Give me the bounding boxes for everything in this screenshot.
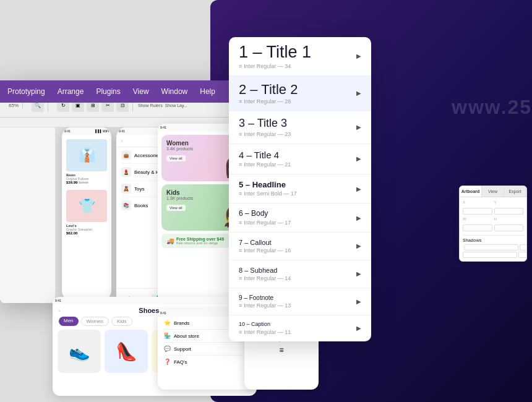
typo-subhead-sub-icon: ≡ [239,275,242,281]
shipping-icon: 🚚 [166,237,174,244]
typo-body[interactable]: 6 – Body ≡ Inter Regular — 17 ▶ [229,203,371,232]
typo-subhead[interactable]: 8 – Subhead ≡ Inter Regular — 14 ▶ [229,260,371,288]
typo-title2-sub: ≡ Inter Regular — 28 [239,98,351,105]
typo-subhead-sub: ≡ Inter Regular — 14 [239,275,351,281]
cat-time: 9:41 [119,129,125,133]
menu-view[interactable]: View [133,87,149,96]
support-label: Support [174,346,191,352]
y-label: Y [494,200,524,204]
typo-body-content: 6 – Body ≡ Inter Regular — 17 [239,210,351,225]
product-person-icon: 👔 [79,147,95,163]
typo-title3[interactable]: 3 – Title 3 ≡ Inter Regular — 23 ▶ [229,111,371,144]
typo-callout[interactable]: 7 – Callout ≡ Inter Regular — 16 ▶ [229,233,371,260]
product-card-3 [64,239,109,257]
typo-body-sub: ≡ Inter Regular — 17 [239,220,351,226]
w-label: W [463,217,492,221]
typo-title1-arrow: ▶ [356,53,361,59]
typo-callout-name: 7 – Callout [239,239,351,246]
support-item[interactable]: 💬 Support › [164,343,251,356]
typo-callout-content: 7 – Callout ≡ Inter Regular — 16 [239,239,351,254]
shoes-tab-kids[interactable]: Kids [111,317,132,326]
shadow-x-input[interactable] [464,244,518,250]
h-input[interactable] [494,225,524,231]
y-field-group: Y [494,200,524,215]
h-field-group: H [494,217,524,232]
position-fields: X Y W H [463,200,523,232]
typo-body-sub-icon: ≡ [239,220,242,226]
faqs-icon: ❓ [164,359,171,365]
support-icon: 💬 [164,346,171,352]
typo-title3-name: 3 – Title 3 [239,118,351,130]
typo-caption[interactable]: 10 – Caption ≡ Inter Regular — 11 ▶ [229,315,371,341]
typo-callout-sub-icon: ≡ [239,247,242,254]
typo-caption-arrow: ▶ [356,325,361,331]
typo-title2-arrow: ▶ [356,90,361,96]
w-input[interactable] [463,225,492,231]
shadow-blur-input[interactable] [463,252,517,258]
shoe-product-1[interactable]: 👟 [58,330,101,373]
typo-footnote-sub: ≡ Inter Regular — 13 [239,302,351,309]
mobile-product-screen: 9:41 ▌▌▌ WiFi 👔 Baon Original Pullover [62,127,111,301]
books-label: Books [134,203,148,208]
h-label: H [494,217,524,221]
product-list: 👔 Baon Original Pullover $39.99 $19.00 👕 [62,135,111,260]
shoes-tab-women[interactable]: Women [81,317,109,326]
typo-subhead-content: 8 – Subhead ≡ Inter Regular — 14 [239,267,351,281]
typo-title1[interactable]: 1 – Title 1 ≡ Inter Regular — 34 ▶ [229,37,371,76]
shadow-row-2 [463,252,523,258]
back-arrow-icon[interactable]: ‹ [121,139,122,143]
menu-prototyping[interactable]: Prototyping [7,87,45,96]
zoom-label: 65% [9,103,19,108]
shoes-title: Shoes [139,307,159,314]
typo-title1-sub-icon: ≡ [239,63,242,69]
inspector-panel: Artboard View Export X Y W H Shadows [459,186,527,262]
women-view-btn[interactable]: View all [166,155,186,161]
shipping-detail: free returns and en-delge [176,241,224,245]
typo-headline-content: 5 – Headline ≡ Inter Semi Bold — 17 [239,181,351,197]
typo-caption-content: 10 – Caption ≡ Inter Regular — 11 [239,322,351,335]
x-input[interactable] [463,208,492,215]
typo-subhead-name: 8 – Subhead [239,267,351,274]
accessories-label: Accessories [134,153,161,158]
show-rulers-label[interactable]: Show Rulers [138,103,163,108]
typo-headline-sub-icon: ≡ [239,190,242,197]
product-price-2: $62.00 [66,231,107,235]
books-icon: 📚 [121,200,131,210]
typo-title2-content: 2 – Title 2 ≡ Inter Regular — 28 [239,82,351,105]
view-tab[interactable]: View [482,186,504,197]
export-tab[interactable]: Export [504,186,526,197]
toys-icon: 🧸 [121,184,131,194]
typo-caption-sub: ≡ Inter Regular — 11 [239,329,351,335]
typo-title3-sub: ≡ Inter Regular — 23 [239,131,351,137]
typo-footnote[interactable]: 9 – Footnote ≡ Inter Regular — 13 ▶ [229,288,371,315]
menu-plugins[interactable]: Plugins [96,87,120,96]
caption-menu-icon[interactable]: ≡ [279,346,283,354]
toys-label: Toys [134,186,144,192]
kids-view-btn[interactable]: View all [166,205,186,211]
menu-arrange[interactable]: Arrange [58,87,84,96]
shadow-spread-input[interactable] [518,252,527,258]
typo-headline[interactable]: 5 – Headline ≡ Inter Semi Bold — 17 ▶ [229,174,371,203]
faqs-item[interactable]: ❓ FAQ's › [164,356,251,368]
typo-footnote-sub-icon: ≡ [239,302,242,309]
shadow-y-input[interactable] [520,244,527,250]
typo-title4-arrow: ▶ [356,155,361,162]
ruler-toggle-group: Show Rulers Show Lay... [138,103,187,108]
artboard-tab[interactable]: Artboard [460,186,482,197]
menu-help[interactable]: Help [200,87,215,96]
typo-caption-sub-icon: ≡ [239,329,242,335]
shoes-back-icon[interactable]: ‹ [59,308,61,314]
shoes-tab-men[interactable]: Men [59,317,79,326]
typo-footnote-arrow: ▶ [356,298,361,305]
store-time: 9:41 [160,311,166,315]
typo-title2[interactable]: 2 – Title 2 ≡ Inter Regular — 28 ▶ [229,76,371,111]
about-store-icon: 🏪 [164,333,171,339]
product-image-1: 👔 [66,139,107,171]
show-layers-label[interactable]: Show Lay... [165,103,187,108]
typo-title4[interactable]: 4 – Title 4 ≡ Inter Regular — 21 ▶ [229,144,371,175]
y-input[interactable] [494,208,524,215]
accessories-icon: 👜 [121,150,131,160]
menu-window[interactable]: Window [161,87,188,96]
inspector-content: X Y W H Shadows [460,197,526,261]
shoe-product-2[interactable]: 👠 [105,330,148,373]
